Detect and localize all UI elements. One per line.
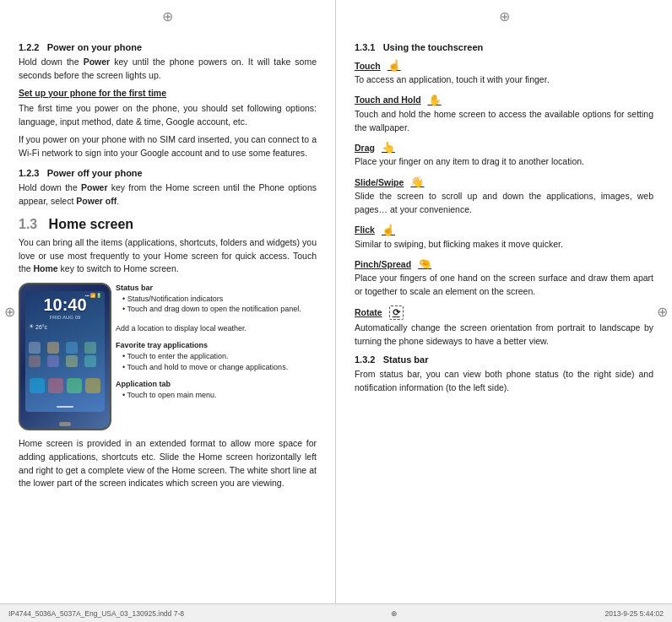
annotation-app-tab: Application tab Touch to open main menu.	[116, 379, 317, 400]
right-page: ⊕ ⊕ 1.3.1 Using the touchscreen Touch ☝ …	[336, 0, 672, 622]
phone-weather: ☀ 26°c	[25, 323, 105, 330]
footer-right-text: 2013-9-25 5:44:02	[605, 609, 664, 618]
section-1-3-2-heading: 1.3.2 Status bar	[355, 354, 653, 365]
section-1-3-title: Home screen	[49, 217, 134, 231]
section-1-3-heading: 1.3 Home screen	[19, 217, 317, 232]
rotate-heading: Rotate ⟳	[355, 306, 653, 320]
favorite-tray	[25, 378, 105, 393]
section-1-3-2-number: 1.3.2	[355, 354, 375, 365]
section-1-2-2-number: 1.2.2	[19, 42, 39, 52]
drag-icon: 👆	[382, 141, 395, 154]
phone-status-bar: ▪▪▪ 📶 🔋	[85, 293, 101, 298]
rotate-body: Automatically change the screen orientat…	[355, 322, 653, 349]
annotation-status-bar: Status bar Status/Notification indicator…	[116, 283, 317, 315]
slide-swipe-section: Slide/Swipe 👋 Slide the screen to scroll…	[355, 176, 653, 217]
footer-bar: IP4744_5036A_5037A_Eng_USA_03_130925.ind…	[0, 603, 672, 622]
section-1-3-2: 1.3.2 Status bar From status bar, you ca…	[355, 354, 653, 395]
rotate-icon: ⟳	[389, 306, 404, 320]
section-1-3-2-title: Status bar	[383, 354, 429, 365]
touch-hold-icon: ✋	[428, 94, 442, 106]
touch-heading: Touch ☝	[355, 59, 653, 72]
flick-icon: ☝	[382, 224, 395, 236]
section-1-2-2-body1: Hold down the Power key until the phone …	[19, 56, 317, 83]
touch-hold-body: Touch and hold the home screen to access…	[355, 108, 653, 135]
pinch-spread-section: Pinch/Spread 🤏 Place your fingers of one…	[355, 257, 653, 299]
section-1-3-1-heading: 1.3.1 Using the touchscreen	[355, 42, 653, 52]
section-1-3-2-body: From status bar, you can view both phone…	[355, 368, 653, 395]
app-tab-indicator	[57, 406, 73, 408]
crosshair-top-right-icon: ⊕	[499, 8, 510, 24]
rotate-section: Rotate ⟳ Automatically change the screen…	[355, 306, 653, 349]
section-1-2-3-body: Hold down the Power key from the Home sc…	[19, 181, 317, 208]
phone-date: FRID AUG 09	[25, 315, 105, 320]
touch-hold-section: Touch and Hold ✋ Touch and hold the home…	[355, 94, 653, 135]
section-1-2-3-number: 1.2.3	[19, 168, 39, 178]
drag-body: Place your finger on any item to drag it…	[355, 155, 653, 169]
section-1-3-body2: Home screen is provided in an extended f…	[19, 437, 317, 490]
slide-swipe-body: Slide the screen to scroll up and down t…	[355, 190, 653, 217]
pinch-spread-icon: 🤏	[418, 257, 431, 270]
section-1-2-3-heading: 1.2.3 Power off your phone	[19, 168, 317, 178]
section-1-2-2-heading: 1.2.2 Power on your phone	[19, 42, 317, 52]
slide-swipe-heading: Slide/Swipe 👋	[355, 176, 653, 188]
touch-section: Touch ☝ To access an application, touch …	[355, 59, 653, 87]
flick-body: Similar to swiping, but flicking makes i…	[355, 238, 653, 252]
touch-body: To access an application, touch it with …	[355, 73, 653, 87]
phone-screen: ▪▪▪ 📶 🔋 10:40 FRID AUG 09 ☀ 26°c	[25, 291, 105, 412]
flick-section: Flick ☝ Similar to swiping, but flicking…	[355, 224, 653, 252]
crosshair-side-right-icon: ⊕	[657, 303, 668, 319]
annotation-weather: Add a location to display local weather.	[116, 323, 317, 334]
touch-icon: ☝	[387, 59, 401, 72]
phone-home-button	[59, 422, 71, 426]
drag-heading: Drag 👆	[355, 141, 653, 154]
section-1-2-2-body2: The first time you power on the phone, y…	[19, 102, 317, 129]
annotation-favorite-tray: Favorite tray applications Touch to ente…	[116, 340, 317, 372]
section-1-3-body1: You can bring all the items (application…	[19, 236, 317, 276]
section-1-3-1-title: Using the touchscreen	[383, 42, 484, 52]
section-1-2-3: 1.2.3 Power off your phone Hold down the…	[19, 168, 317, 208]
pinch-spread-body: Place your fingers of one hand on the sc…	[355, 272, 653, 299]
section-1-2-3-title: Power off your phone	[47, 168, 143, 178]
crosshair-top-left-icon: ⊕	[162, 8, 173, 24]
page-container: ⊕ ⊕ 1.2.2 Power on your phone Hold down …	[0, 0, 672, 622]
drag-section: Drag 👆 Place your finger on any item to …	[355, 141, 653, 169]
crosshair-side-left-icon: ⊕	[4, 303, 15, 319]
touch-hold-heading: Touch and Hold ✋	[355, 94, 653, 106]
pinch-spread-heading: Pinch/Spread 🤏	[355, 257, 653, 270]
section-1-3: 1.3 Home screen You can bring all the it…	[19, 217, 317, 490]
phone-diagram: ▪▪▪ 📶 🔋 10:40 FRID AUG 09 ☀ 26°c	[19, 283, 317, 430]
left-page: ⊕ ⊕ 1.2.2 Power on your phone Hold down …	[0, 0, 336, 622]
section-1-3-1: 1.3.1 Using the touchscreen Touch ☝ To a…	[355, 42, 653, 348]
phone-mockup: ▪▪▪ 📶 🔋 10:40 FRID AUG 09 ☀ 26°c	[19, 283, 111, 430]
slide-swipe-icon: 👋	[410, 176, 424, 188]
section-1-2-2-subheading: Set up your phone for the first time	[19, 87, 317, 100]
footer-center-icon: ⊕	[391, 609, 398, 618]
app-icons-grid	[25, 338, 105, 370]
section-1-3-1-number: 1.3.1	[355, 42, 375, 52]
section-1-2-2-body3: If you power on your phone with no SIM c…	[19, 133, 317, 160]
flick-heading: Flick ☝	[355, 224, 653, 236]
section-1-3-number: 1.3	[19, 217, 37, 231]
section-1-2-2: 1.2.2 Power on your phone Hold down the …	[19, 42, 317, 160]
phone-time: 10:40	[25, 295, 105, 315]
section-1-2-2-title: Power on your phone	[47, 42, 142, 52]
footer-left-text: IP4744_5036A_5037A_Eng_USA_03_130925.ind…	[8, 609, 184, 618]
phone-annotations: Status bar Status/Notification indicator…	[116, 283, 317, 430]
